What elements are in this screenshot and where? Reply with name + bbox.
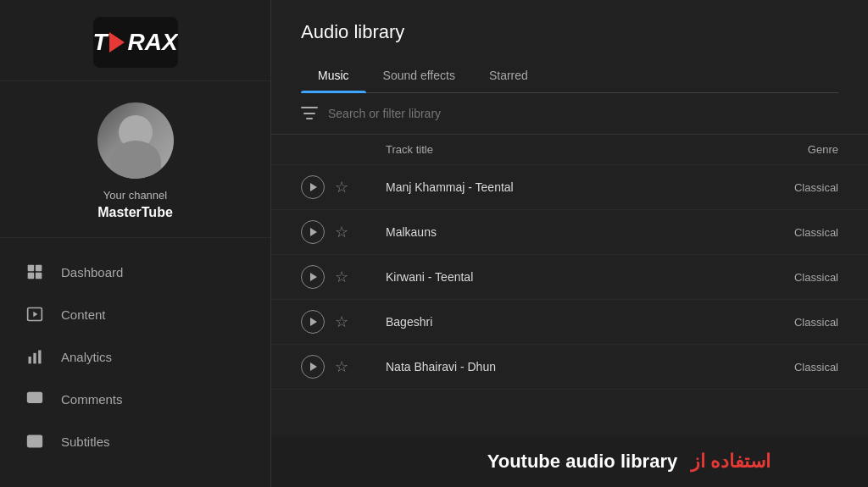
svg-marker-22 [310, 318, 317, 326]
svg-rect-0 [28, 265, 35, 272]
dashboard-icon [25, 263, 44, 281]
play-button-2[interactable] [301, 265, 325, 289]
svg-marker-23 [310, 362, 317, 371]
search-input-wrap[interactable] [328, 106, 838, 121]
col-header-title: Track title [386, 143, 737, 156]
track-actions-4: ☆ [301, 355, 386, 379]
bottom-banner: استفاده از Youtube audio library [271, 436, 868, 487]
table-row: ☆ Malkauns Classical [271, 210, 868, 255]
track-actions-0: ☆ [301, 175, 386, 199]
avatar-body [110, 141, 161, 179]
search-input[interactable] [328, 107, 838, 120]
logo-t-letter: T [93, 29, 108, 56]
nav-list: Dashboard Content Analytics Comments [0, 238, 270, 487]
svg-rect-9 [28, 393, 42, 403]
star-button-4[interactable]: ☆ [335, 359, 348, 374]
track-genre-2: Classical [737, 271, 838, 284]
star-button-0[interactable]: ☆ [335, 180, 348, 195]
logo-rax-text: RAX [128, 29, 178, 56]
svg-marker-19 [310, 183, 317, 191]
track-genre-0: Classical [737, 181, 838, 194]
track-title-3: Bageshri [386, 315, 737, 329]
tabs-container: Music Sound effects Starred [301, 60, 838, 93]
main-content: Audio library Music Sound effects Starre… [271, 0, 868, 487]
svg-rect-8 [38, 351, 41, 364]
play-button-3[interactable] [301, 310, 325, 334]
logo-play-icon [109, 32, 125, 53]
svg-rect-16 [301, 107, 318, 108]
track-genre-3: Classical [737, 316, 838, 329]
comments-icon [25, 390, 44, 408]
page-title: Audio library [301, 21, 838, 43]
filter-icon [301, 107, 318, 120]
track-genre-1: Classical [737, 226, 838, 239]
table-row: ☆ Kirwani - Teental Classical [271, 255, 868, 300]
tab-starred[interactable]: Starred [472, 60, 545, 92]
table-row: ☆ Nata Bhairavi - Dhun Classical [271, 345, 868, 390]
channel-area: Your channel MasterTube [0, 81, 270, 238]
svg-rect-17 [303, 113, 315, 114]
logo-box: T RAX [93, 17, 178, 68]
trax-logo: T RAX [93, 29, 178, 56]
sidebar: T RAX Your channel MasterTube Dashboard [0, 0, 271, 487]
svg-rect-7 [33, 353, 36, 364]
star-button-1[interactable]: ☆ [335, 224, 348, 240]
track-title-1: Malkauns [386, 225, 737, 239]
track-actions-1: ☆ [301, 220, 386, 244]
svg-marker-20 [310, 228, 317, 236]
svg-rect-2 [28, 273, 35, 279]
track-title-4: Nata Bhairavi - Dhun [386, 360, 737, 374]
sidebar-item-dashboard-label: Dashboard [61, 265, 123, 279]
logo-area: T RAX [0, 0, 270, 81]
svg-rect-3 [36, 273, 42, 279]
channel-label: Your channel [103, 189, 167, 202]
table-row: ☆ Bageshri Classical [271, 300, 868, 345]
table-row: ☆ Manj Khammaj - Teental Classical [271, 165, 868, 210]
star-button-3[interactable]: ☆ [335, 314, 348, 329]
sidebar-item-comments-label: Comments [61, 392, 123, 407]
content-icon [25, 305, 44, 324]
track-actions-2: ☆ [301, 265, 386, 289]
star-button-2[interactable]: ☆ [335, 269, 348, 285]
sidebar-item-subtitles-label: Subtitles [61, 434, 110, 449]
table-header: Track title Genre [271, 135, 868, 165]
sidebar-item-comments[interactable]: Comments [0, 378, 270, 420]
svg-marker-5 [33, 312, 37, 318]
play-button-0[interactable] [301, 175, 325, 199]
banner-persian-text: استفاده از [691, 451, 771, 473]
analytics-icon [25, 347, 44, 366]
tab-sound-effects[interactable]: Sound effects [366, 60, 472, 92]
banner-english-text: Youtube audio library [487, 451, 678, 473]
sidebar-item-content[interactable]: Content [0, 293, 270, 335]
search-bar [271, 93, 868, 135]
channel-name: MasterTube [97, 205, 173, 220]
track-genre-4: Classical [737, 361, 838, 374]
svg-rect-6 [29, 357, 31, 363]
track-actions-3: ☆ [301, 310, 386, 334]
avatar [97, 102, 174, 179]
sidebar-item-analytics[interactable]: Analytics [0, 335, 270, 378]
subtitles-icon [25, 432, 44, 451]
banner-text: استفاده از Youtube audio library [487, 451, 771, 473]
sidebar-item-content-label: Content [61, 307, 106, 322]
sidebar-item-subtitles[interactable]: Subtitles [0, 420, 270, 462]
sidebar-item-dashboard[interactable]: Dashboard [0, 251, 270, 293]
svg-rect-18 [306, 118, 313, 119]
play-button-4[interactable] [301, 355, 325, 379]
col-header-actions [301, 143, 386, 156]
main-header: Audio library Music Sound effects Starre… [271, 0, 868, 93]
col-header-genre: Genre [737, 143, 838, 156]
svg-marker-21 [310, 273, 317, 281]
track-title-2: Kirwani - Teental [386, 270, 737, 284]
svg-rect-1 [36, 265, 42, 272]
sidebar-item-analytics-label: Analytics [61, 350, 112, 364]
play-button-1[interactable] [301, 220, 325, 244]
track-title-0: Manj Khammaj - Teental [386, 180, 737, 194]
tab-music[interactable]: Music [301, 60, 366, 92]
